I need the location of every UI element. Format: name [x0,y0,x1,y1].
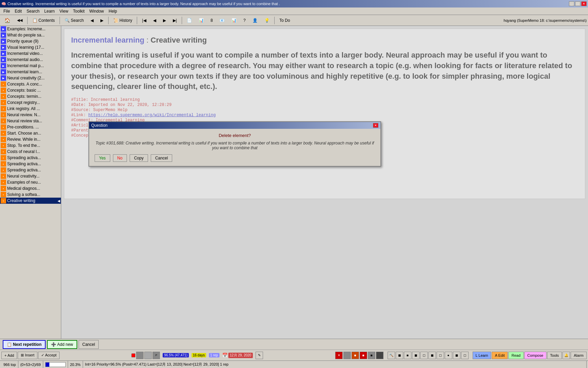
maximize-button[interactable]: □ [575,1,581,6]
tools-btn11[interactable]: ◼ [428,352,436,359]
next-repetition-btn[interactable]: 📋 Next repetition [3,340,46,349]
compose-btn[interactable]: Compose [524,352,546,359]
read-btn[interactable]: Read [508,352,523,359]
sidebar-item-4[interactable]: ▶ Visual learning (17... [0,44,61,50]
sidebar-item-14[interactable]: ▪ Link registry. All ... [0,106,61,112]
alarm-btn[interactable]: Alarm [571,352,587,359]
tools-btn[interactable]: Tools [547,352,562,359]
toolbar-next-btn2[interactable]: ▶ [160,16,169,25]
sidebar-item-19[interactable]: ▪ Review. While in... [0,136,61,142]
dialog-cancel-btn[interactable]: Cancel [151,154,172,162]
sidebar-item-5[interactable]: ▶ Incremental video... [0,50,61,57]
tools-btn3[interactable]: ■ [360,352,367,359]
tools-btn10[interactable]: ◻ [420,352,428,359]
sidebar-item-10[interactable]: ▪ Concepts. A conc... [0,81,61,87]
sidebar-item-9[interactable]: ▶ Neural creativity (2... [0,75,61,81]
menu-search[interactable]: Search [24,8,42,14]
insert-btn[interactable]: ⊞ Insert [18,352,37,359]
ind-gray1[interactable] [136,352,144,359]
sidebar-item-25[interactable]: ▪ Neural creativity... [0,173,61,179]
tools-btn2[interactable]: ■ [352,352,359,359]
sidebar-item-16[interactable]: ▪ Neural review sta... [0,118,61,124]
toolbar-icon3[interactable]: 8 [208,16,216,25]
sidebar-item-13[interactable]: ▪ Concept registry... [0,99,61,106]
toolbar-home-btn[interactable]: 🏠 [1,16,13,25]
sidebar-item-1[interactable]: ▶ Examples: Increme... [0,26,61,32]
menu-edit[interactable]: Edit [13,8,24,14]
tools-btn12[interactable]: ◻ [437,352,444,359]
sidebar-item-18[interactable]: ▪ Start. Choose an... [0,130,61,136]
sidebar-item-6[interactable]: ▶ Incremental audio... [0,57,61,63]
tools-btn4[interactable]: ■ [368,352,375,359]
close-button[interactable]: ✕ [581,1,587,6]
toolbar-icon4[interactable]: 📧 [216,16,228,25]
ind-gray2[interactable] [144,352,152,359]
tools-btn8[interactable]: ■ [404,352,411,359]
minimize-button[interactable]: _ [569,1,574,6]
toolbar-nav-next[interactable]: ▶ [97,16,107,25]
tools-btn6[interactable]: 🔨 [388,352,395,359]
menu-window[interactable]: Window [87,8,106,14]
edit-icon-btn[interactable]: ✎ [256,352,263,359]
alarm-icon[interactable]: 🔔 [562,352,570,359]
edit-btn2[interactable]: A Edit [492,352,508,359]
toolbar-icon2[interactable]: 📊 [196,16,207,25]
toolbar-last-btn[interactable]: ▶| [170,16,180,25]
menu-help[interactable]: Help [107,8,119,14]
toolbar-search-btn[interactable]: 🔍 Search [62,16,87,25]
sidebar-item-15[interactable]: ▪ Neural review. N... [0,112,61,118]
sidebar-item-24[interactable]: ▪ Spreading activa... [0,167,61,173]
tools-btn9[interactable]: ◼ [412,352,420,359]
toolbar-icon6[interactable]: ? [240,16,249,25]
menu-file[interactable]: File [1,8,12,14]
dialog-copy-btn[interactable]: Copy [130,154,148,162]
toolbar-todo-btn[interactable]: To Do [276,16,293,25]
sidebar-item-23[interactable]: ▪ Spreading activa... [0,161,61,167]
toolbar-icon7[interactable]: 👤 [249,16,261,25]
dialog-no-btn[interactable]: No [113,154,127,162]
toolbar-prev-btn[interactable]: ◀ [150,16,159,25]
toolbar-nav-prev[interactable]: ◀ [87,16,97,25]
tools-btn5[interactable] [376,352,383,359]
learn-btn[interactable]: L Learn [473,352,491,359]
menu-view[interactable]: View [58,8,70,14]
toolbar-first-btn[interactable]: |◀ [139,16,149,25]
sidebar-item-27[interactable]: ▪ Medical diagnos... [0,185,61,191]
toolbar-contents-btn[interactable]: 📋 Contents [29,16,58,25]
tools-btn13[interactable]: ● [445,352,452,359]
ind-red[interactable] [131,353,135,357]
sidebar-item-8[interactable]: ▶ Incremental learn... [0,69,61,75]
cancel-btn[interactable]: Cancel [79,340,99,349]
sidebar-item-29[interactable]: ▪ Creative writing ◀ [0,198,61,204]
menu-toolkit[interactable]: Toolkit [71,8,87,14]
toolbar-icon1[interactable]: 📄 [184,16,195,25]
tools-btn15[interactable]: ◻ [461,352,469,359]
sidebar-item-7[interactable]: ▶ Incremental mail p... [0,63,61,69]
toolbar-back-btn[interactable]: ◀◀ [14,16,26,25]
sidebar-item-26[interactable]: ▪ Examples of neu... [0,179,61,185]
sidebar-item-11[interactable]: ▪ Concepts: basic ... [0,87,61,93]
sidebar-item-17[interactable]: ▪ Pre-conditions. ... [0,124,61,130]
sidebar-item-20[interactable]: ▪ Stop. To end the... [0,142,61,149]
sidebar-scrollbar[interactable]: ◀ [58,199,60,203]
tools-btn1[interactable] [343,352,351,359]
sidebar-item-2[interactable]: ▶ What do people sa... [0,32,61,38]
add-new-btn[interactable]: ➕ Add new [47,340,77,349]
dialog-close-button[interactable]: ✕ [373,123,378,128]
title-bar-controls[interactable]: _ □ ✕ [569,1,587,6]
sidebar-item-28[interactable]: ▪ Solving a softwa... [0,191,61,198]
toolbar-history-btn[interactable]: 📜 History [110,16,135,25]
red-x-btn[interactable]: ✕ [335,352,343,359]
dialog-yes-btn[interactable]: Yes [95,154,110,162]
tools-btn14[interactable]: ◼ [453,352,460,359]
accept-btn[interactable]: ✓ Accept [38,352,60,359]
ind-gray3[interactable]: P [152,352,160,359]
sidebar-item-21[interactable]: ▪ Costs of neural l... [0,149,61,155]
menu-learn[interactable]: Learn [42,8,57,14]
sidebar-item-12[interactable]: ▪ Concepts: termin... [0,93,61,99]
sidebar-item-3[interactable]: ▶ Priority queue (9) [0,38,61,44]
sidebar-scroll[interactable]: ▶ Examples: Increme... ▶ What do people … [0,26,61,339]
tools-btn7[interactable]: ◼ [396,352,403,359]
sidebar-item-22[interactable]: ▪ Spreading activa... [0,155,61,161]
add-btn[interactable]: + Add [1,352,17,359]
